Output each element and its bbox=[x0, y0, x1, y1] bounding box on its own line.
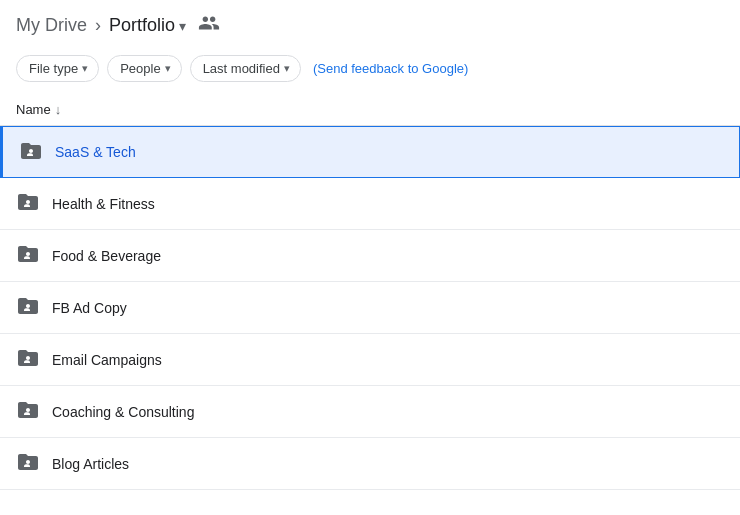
table-row[interactable]: FB Ad Copy bbox=[0, 282, 740, 334]
breadcrumb-separator: › bbox=[95, 15, 101, 36]
people-filter[interactable]: People ▾ bbox=[107, 55, 181, 82]
share-people-icon[interactable] bbox=[198, 12, 220, 39]
file-name: SaaS & Tech bbox=[55, 144, 136, 160]
shared-folder-icon bbox=[16, 190, 40, 217]
sort-descending-icon: ↓ bbox=[55, 102, 62, 117]
breadcrumb-portfolio[interactable]: Portfolio bbox=[109, 15, 175, 36]
shared-folder-icon bbox=[16, 242, 40, 269]
file-list: SaaS & Tech Health & Fitness Food & Beve… bbox=[0, 126, 740, 490]
table-row[interactable]: Email Campaigns bbox=[0, 334, 740, 386]
name-column-header[interactable]: Name ↓ bbox=[16, 102, 61, 117]
shared-folder-icon bbox=[19, 139, 43, 166]
table-row[interactable]: Food & Beverage bbox=[0, 230, 740, 282]
filter-bar: File type ▾ People ▾ Last modified ▾ (Se… bbox=[0, 47, 740, 94]
name-column-label: Name bbox=[16, 102, 51, 117]
shared-folder-icon bbox=[16, 346, 40, 373]
feedback-link[interactable]: (Send feedback to Google) bbox=[313, 61, 468, 76]
shared-folder-icon bbox=[16, 450, 40, 477]
file-name: Coaching & Consulting bbox=[52, 404, 194, 420]
file-name: Food & Beverage bbox=[52, 248, 161, 264]
last-modified-chevron-icon: ▾ bbox=[284, 62, 290, 75]
table-row[interactable]: Health & Fitness bbox=[0, 178, 740, 230]
last-modified-label: Last modified bbox=[203, 61, 280, 76]
shared-folder-icon bbox=[16, 398, 40, 425]
file-name: FB Ad Copy bbox=[52, 300, 127, 316]
table-row[interactable]: Blog Articles bbox=[0, 438, 740, 490]
people-chevron-icon: ▾ bbox=[165, 62, 171, 75]
table-header: Name ↓ bbox=[0, 94, 740, 126]
chevron-down-icon[interactable]: ▾ bbox=[179, 18, 186, 34]
shared-folder-icon bbox=[16, 294, 40, 321]
last-modified-filter[interactable]: Last modified ▾ bbox=[190, 55, 301, 82]
breadcrumb-mydrive[interactable]: My Drive bbox=[16, 15, 87, 36]
file-name: Blog Articles bbox=[52, 456, 129, 472]
breadcrumb: My Drive › Portfolio ▾ bbox=[0, 0, 740, 47]
file-type-filter[interactable]: File type ▾ bbox=[16, 55, 99, 82]
file-name: Health & Fitness bbox=[52, 196, 155, 212]
table-row[interactable]: Coaching & Consulting bbox=[0, 386, 740, 438]
people-label: People bbox=[120, 61, 160, 76]
breadcrumb-current: Portfolio ▾ bbox=[109, 15, 186, 36]
file-type-label: File type bbox=[29, 61, 78, 76]
file-type-chevron-icon: ▾ bbox=[82, 62, 88, 75]
table-row[interactable]: SaaS & Tech bbox=[0, 126, 740, 178]
file-name: Email Campaigns bbox=[52, 352, 162, 368]
